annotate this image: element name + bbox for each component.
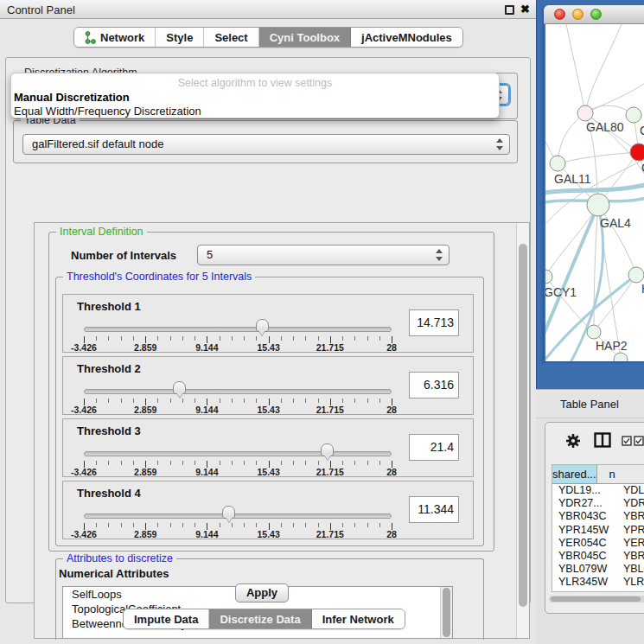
- tab-style[interactable]: Style: [156, 28, 204, 47]
- tick-label: -3.426: [71, 529, 97, 539]
- threshold-label: Threshold 4: [77, 487, 141, 500]
- minimize-traffic-light-icon[interactable]: [572, 9, 583, 20]
- number-of-intervals-combobox[interactable]: 5: [197, 245, 450, 265]
- table-row[interactable]: YPR145WYPR1: [552, 524, 644, 537]
- control-panel-titlebar: Control Panel ✖: [0, 0, 536, 19]
- table-data-group: Table Data galFiltered.sif default node: [13, 120, 518, 163]
- cell-shared-name[interactable]: YIL052C: [552, 590, 623, 593]
- gear-icon[interactable]: [564, 432, 582, 450]
- cell-shared-name[interactable]: YBR045C: [552, 550, 623, 563]
- cell-name[interactable]: YLR3: [623, 576, 644, 589]
- table-data-value: galFiltered.sif default node: [32, 137, 163, 150]
- threshold-value-field[interactable]: 11.344: [409, 496, 459, 523]
- tab-jactivemnodules[interactable]: jActiveMNodules: [351, 28, 462, 47]
- option-manual-discretization[interactable]: Manual Discretization: [14, 91, 130, 104]
- network-node[interactable]: [626, 107, 641, 123]
- threshold-slider-track[interactable]: [84, 513, 392, 519]
- scrollbar-thumb[interactable]: [443, 588, 450, 637]
- threshold-slider-handle[interactable]: [321, 443, 334, 456]
- table-row[interactable]: YBL079WYBL0: [552, 563, 644, 576]
- tick-label: 2.859: [134, 467, 156, 477]
- cell-name[interactable]: YER0: [623, 537, 644, 550]
- threshold-value-field[interactable]: 14.713: [409, 309, 459, 336]
- tick-label: 9.144: [195, 405, 218, 415]
- cell-name[interactable]: YDL1: [623, 484, 644, 497]
- cell-name[interactable]: YIL0: [623, 590, 644, 593]
- network-node[interactable]: [628, 267, 644, 283]
- tab-infer-network[interactable]: Infer Network: [312, 609, 405, 628]
- attributes-scrollbar[interactable]: [440, 587, 452, 638]
- close-icon[interactable]: ✖: [520, 3, 530, 16]
- cell-name[interactable]: YBR0: [623, 550, 644, 563]
- table-row[interactable]: YDL19...YDL1: [552, 484, 644, 497]
- network-window-titlebar[interactable]: [544, 5, 644, 24]
- split-columns-icon[interactable]: [594, 432, 611, 448]
- table-row[interactable]: YBR045CYBR0: [552, 550, 644, 563]
- table-row[interactable]: YIL052CYIL0: [552, 590, 644, 593]
- float-window-icon[interactable]: [505, 5, 514, 15]
- cell-name[interactable]: YBR0: [623, 510, 644, 523]
- tab-cyni-toolbox[interactable]: Cyni Toolbox: [259, 28, 351, 47]
- cell-name[interactable]: YDR2: [623, 497, 644, 510]
- apply-button[interactable]: Apply: [235, 583, 289, 603]
- network-node[interactable]: [550, 156, 565, 171]
- cell-shared-name[interactable]: YER054C: [552, 537, 623, 550]
- close-traffic-light-icon[interactable]: [554, 9, 565, 20]
- tick-label: 21.715: [316, 467, 344, 477]
- threshold-slider-handle[interactable]: [256, 319, 269, 332]
- network-node[interactable]: [587, 194, 609, 216]
- table-data-combobox[interactable]: galFiltered.sif default node: [22, 134, 510, 155]
- network-canvas[interactable]: GAL80GCGAL11GAL4GCY1HHAP2: [545, 24, 644, 361]
- cell-name[interactable]: YPR1: [623, 524, 644, 537]
- table-horizontal-scrollbar[interactable]: [549, 596, 644, 603]
- threshold-slider-track[interactable]: [84, 451, 392, 456]
- table-row[interactable]: YDR27...YDR2: [552, 497, 644, 510]
- table-panel-header: Table Panel: [536, 389, 644, 418]
- tab-select[interactable]: Select: [204, 28, 258, 47]
- threshold-slider-handle[interactable]: [173, 381, 186, 394]
- network-node[interactable]: [587, 325, 601, 339]
- threshold-value-field[interactable]: 21.4: [409, 434, 459, 461]
- column-header-name[interactable]: n: [597, 465, 644, 483]
- scrollbar-thumb[interactable]: [551, 596, 641, 602]
- tick-label: 21.715: [316, 405, 344, 415]
- cell-shared-name[interactable]: YDR27...: [552, 497, 623, 510]
- tick-label: -3.426: [71, 405, 97, 415]
- table-row[interactable]: YBR043CYBR0: [552, 510, 644, 523]
- cell-shared-name[interactable]: YLR345W: [552, 576, 623, 589]
- settings-scrollbar[interactable]: [516, 223, 529, 638]
- node-table-panel: shared... n YDL19...YDL1YDR27...YDR2YBR0…: [545, 422, 644, 614]
- cell-shared-name[interactable]: YDL19...: [552, 484, 623, 497]
- cell-shared-name[interactable]: YBL079W: [552, 563, 623, 576]
- checkbox-icon[interactable]: [622, 436, 632, 446]
- column-header-shared-name[interactable]: shared...: [552, 465, 597, 483]
- option-equal-width-frequency[interactable]: Equal Width/Frequency Discretization: [14, 105, 201, 118]
- threshold-panel: Threshold 2-3.4262.8599.14415.4321.71528…: [62, 356, 474, 415]
- table-row[interactable]: YLR345WYLR3: [552, 576, 644, 589]
- tab-impute-data[interactable]: Impute Data: [124, 609, 209, 628]
- tick-label: 9.144: [195, 342, 218, 353]
- network-node[interactable]: [577, 105, 593, 121]
- tab-discretize-data[interactable]: Discretize Data: [209, 609, 311, 628]
- tick-label: 28: [386, 467, 397, 477]
- cell-name[interactable]: YBL0: [623, 563, 644, 576]
- cell-shared-name[interactable]: YBR043C: [552, 510, 623, 523]
- checkbox-icon[interactable]: [634, 436, 644, 446]
- threshold-value-field[interactable]: 6.316: [409, 372, 459, 399]
- table-row[interactable]: YER054CYER0: [552, 537, 644, 550]
- network-view-window[interactable]: GAL80GCGAL11GAL4GCY1HHAP2: [544, 5, 644, 361]
- node-table[interactable]: shared... n YDL19...YDL1YDR27...YDR2YBR0…: [552, 464, 644, 592]
- threshold-slider-handle[interactable]: [222, 506, 235, 519]
- threshold-slider-track[interactable]: [84, 327, 392, 332]
- network-node[interactable]: [630, 143, 644, 161]
- table-header-row: shared... n: [552, 465, 644, 484]
- threshold-slider-track[interactable]: [84, 389, 392, 394]
- table-panel-title: Table Panel: [560, 398, 619, 411]
- cell-shared-name[interactable]: YPR145W: [552, 524, 623, 537]
- zoom-traffic-light-icon[interactable]: [590, 9, 602, 20]
- network-node[interactable]: [545, 270, 552, 284]
- tab-discretize-label: Discretize Data: [220, 613, 300, 626]
- scrollbar-thumb[interactable]: [519, 244, 527, 607]
- threshold-label: Threshold 3: [77, 424, 141, 437]
- tab-network[interactable]: Network: [74, 28, 156, 47]
